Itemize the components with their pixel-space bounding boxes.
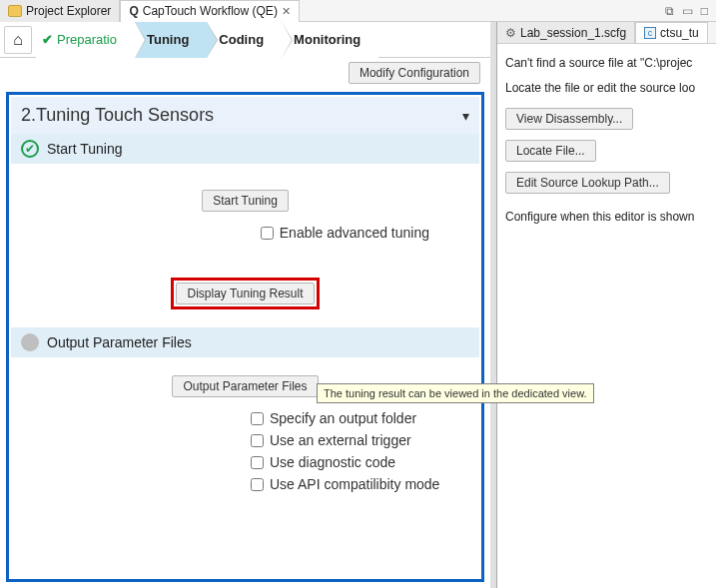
checkbox-input[interactable] bbox=[251, 456, 264, 469]
workflow-nav: ⌂ ✔ Preparatio Tuning Coding Monitoring bbox=[0, 22, 490, 58]
restore-icon[interactable]: ⧉ bbox=[665, 4, 674, 18]
message-line-3: Configure when this editor is shown bbox=[505, 208, 708, 227]
message-line-1: Can't find a source file at "C:\projec bbox=[505, 54, 708, 73]
use-api-compat-checkbox[interactable]: Use API compatilibity mode bbox=[251, 476, 439, 492]
use-diagnostic-code-checkbox[interactable]: Use diagnostic code bbox=[251, 454, 395, 470]
qe-icon: Q bbox=[129, 4, 138, 18]
panel-header[interactable]: 2.Tuning Touch Sensors ▾ bbox=[11, 97, 479, 134]
enable-advanced-tuning-checkbox[interactable]: Enable advanced tuning bbox=[261, 225, 429, 241]
maximize-icon[interactable]: □ bbox=[701, 4, 708, 18]
checkbox-label: Specify an output folder bbox=[270, 410, 416, 426]
checkbox-input[interactable] bbox=[251, 434, 264, 447]
specify-output-folder-checkbox[interactable]: Specify an output folder bbox=[251, 410, 416, 426]
tab-captouch-workflow[interactable]: Q CapTouch Workflow (QE) ✕ bbox=[120, 0, 300, 22]
locate-file-button[interactable]: Locate File... bbox=[505, 140, 596, 162]
tab-label: Lab_session_1.scfg bbox=[520, 26, 626, 40]
output-files-section-header[interactable]: Output Parameter Files bbox=[11, 327, 479, 357]
nav-label: Monitoring bbox=[294, 32, 360, 47]
checkbox-label: Use diagnostic code bbox=[270, 454, 395, 470]
checkbox-input[interactable] bbox=[251, 478, 264, 491]
checkbox-label: Use API compatilibity mode bbox=[270, 476, 439, 492]
check-circle-icon: ✔ bbox=[21, 140, 39, 158]
nav-coding[interactable]: Coding bbox=[207, 22, 282, 58]
folder-icon bbox=[8, 5, 22, 17]
nav-label: Coding bbox=[219, 32, 264, 47]
minimize-icon[interactable]: ▭ bbox=[682, 4, 693, 18]
tooltip: The tuning result can be viewed in the d… bbox=[317, 383, 594, 403]
source-not-found-editor: Can't find a source file at "C:\projec L… bbox=[497, 44, 716, 244]
output-parameter-files-button[interactable]: Output Parameter Files bbox=[172, 375, 318, 397]
highlight-box: Display Tuning Result bbox=[171, 278, 319, 309]
start-tuning-section: Start Tuning Enable advanced tuning Disp… bbox=[11, 164, 479, 327]
display-tuning-result-button[interactable]: Display Tuning Result bbox=[176, 283, 314, 304]
nav-preparation[interactable]: ✔ Preparatio bbox=[36, 22, 135, 58]
pending-circle-icon bbox=[21, 333, 39, 351]
tuning-panel: 2.Tuning Touch Sensors ▾ ✔ Start Tuning … bbox=[6, 92, 484, 582]
tab-label: Project Explorer bbox=[26, 4, 111, 18]
start-tuning-button[interactable]: Start Tuning bbox=[202, 190, 289, 212]
section-title: Output Parameter Files bbox=[47, 334, 192, 350]
tab-label: ctsu_tu bbox=[660, 26, 699, 40]
output-files-section: Output Parameter Files Specify an output… bbox=[11, 357, 479, 507]
checkbox-label: Enable advanced tuning bbox=[280, 225, 429, 241]
nav-monitoring[interactable]: Monitoring bbox=[282, 22, 378, 58]
section-title: Start Tuning bbox=[47, 141, 123, 157]
checkbox-label: Use an external trigger bbox=[270, 432, 411, 448]
tab-project-explorer[interactable]: Project Explorer bbox=[0, 0, 120, 22]
close-icon[interactable]: ✕ bbox=[282, 5, 291, 18]
message-line-2: Locate the file or edit the source loo bbox=[505, 79, 708, 98]
panel-title: 2.Tuning Touch Sensors bbox=[21, 105, 214, 126]
modify-configuration-button[interactable]: Modify Configuration bbox=[349, 62, 480, 84]
nav-label: Tuning bbox=[147, 32, 189, 47]
use-external-trigger-checkbox[interactable]: Use an external trigger bbox=[251, 432, 411, 448]
tabbar-actions: ⧉ ▭ □ bbox=[665, 4, 716, 18]
checkbox-input[interactable] bbox=[251, 412, 264, 425]
tab-label: CapTouch Workflow (QE) bbox=[143, 4, 278, 18]
right-tabbar: ⚙ Lab_session_1.scfg c ctsu_tu bbox=[497, 22, 716, 44]
start-tuning-section-header[interactable]: ✔ Start Tuning bbox=[11, 134, 479, 164]
tab-ctsu[interactable]: c ctsu_tu bbox=[635, 22, 708, 44]
gear-icon: ⚙ bbox=[505, 26, 516, 40]
left-pane: ⌂ ✔ Preparatio Tuning Coding Monitoring … bbox=[0, 22, 496, 588]
edit-source-lookup-button[interactable]: Edit Source Lookup Path... bbox=[505, 172, 670, 194]
c-file-icon: c bbox=[644, 27, 656, 39]
home-button[interactable]: ⌂ bbox=[4, 26, 32, 54]
checkbox-input[interactable] bbox=[261, 227, 274, 240]
collapse-caret-icon[interactable]: ▾ bbox=[462, 108, 469, 124]
check-icon: ✔ bbox=[42, 32, 53, 47]
view-disassembly-button[interactable]: View Disassembly... bbox=[505, 108, 633, 130]
nav-label: Preparatio bbox=[57, 32, 117, 47]
right-pane: ⚙ Lab_session_1.scfg c ctsu_tu Can't fin… bbox=[496, 22, 716, 588]
tab-lab-session[interactable]: ⚙ Lab_session_1.scfg bbox=[497, 22, 635, 44]
left-tabbar: Project Explorer Q CapTouch Workflow (QE… bbox=[0, 0, 716, 22]
